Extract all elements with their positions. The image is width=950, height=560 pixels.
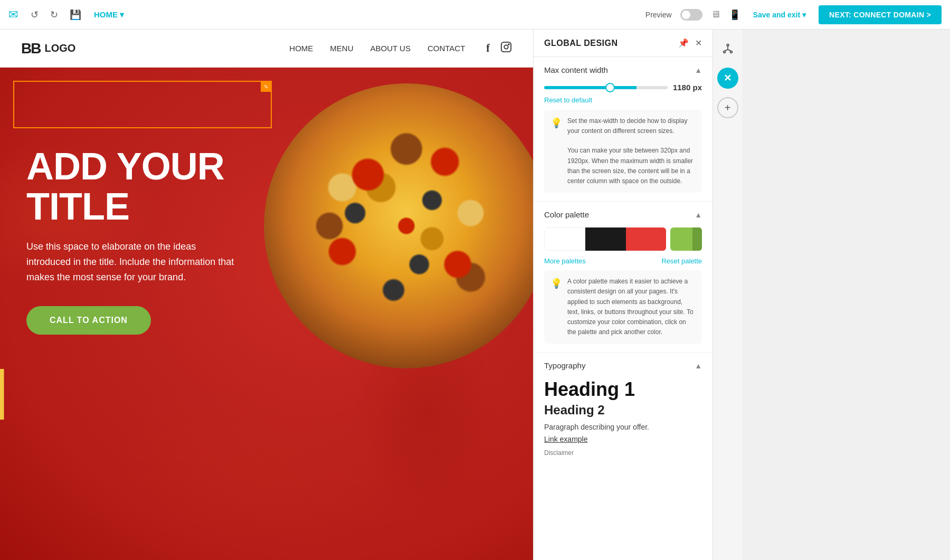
- panel-pin-button[interactable]: 📌: [678, 38, 689, 48]
- slider-value: 1180 px: [673, 83, 702, 92]
- instagram-icon[interactable]: [500, 41, 512, 55]
- hero-section: ✎ ADD YOUR TITLE Use this space to elabo…: [0, 68, 533, 560]
- color-swatch-red[interactable]: [626, 227, 666, 251]
- close-panel-button[interactable]: ✕: [717, 68, 738, 89]
- main-layout: BB LOGO HOME MENU ABOUT US CONTACT f: [0, 30, 950, 560]
- preview-label: Preview: [645, 11, 672, 19]
- svg-point-5: [730, 51, 732, 53]
- site-structure-button[interactable]: [717, 38, 738, 59]
- logo-text: LOGO: [44, 42, 75, 54]
- nav-contact[interactable]: CONTACT: [428, 44, 465, 53]
- typography-toggle[interactable]: ▲: [695, 362, 702, 370]
- content-width-slider[interactable]: [544, 86, 668, 89]
- desktop-icon[interactable]: 🖥: [711, 9, 720, 20]
- site-nav: HOME MENU ABOUT US CONTACT: [289, 44, 465, 53]
- nav-about[interactable]: ABOUT US: [370, 44, 411, 53]
- home-label: HOME: [94, 10, 118, 19]
- color-palette-label: Color palette: [544, 210, 589, 219]
- svg-point-3: [727, 44, 729, 46]
- site-social-icons: f: [486, 41, 512, 55]
- color-palette-section: Color palette ▲ More palettes Reset pale…: [534, 202, 712, 353]
- typography-header: Typography ▲: [544, 361, 702, 370]
- max-width-info-box: 💡 Set the max-width to decide how to dis…: [544, 110, 702, 193]
- site-header: BB LOGO HOME MENU ABOUT US CONTACT f: [0, 30, 533, 68]
- reset-to-default-link[interactable]: Reset to default: [544, 96, 592, 104]
- logo-bb: BB: [21, 40, 40, 57]
- max-content-width-section: Max content width ▲ 1180 px Reset to def…: [534, 57, 712, 202]
- hero-title: ADD YOUR TITLE: [26, 147, 238, 226]
- preview-toggle[interactable]: [680, 9, 702, 21]
- color-palette-toggle[interactable]: ▲: [695, 211, 702, 219]
- reset-palette-link[interactable]: Reset palette: [661, 257, 702, 265]
- color-palette-header: Color palette ▲: [544, 210, 702, 219]
- typography-label: Typography: [544, 361, 585, 370]
- svg-point-1: [504, 45, 508, 49]
- svg-line-7: [724, 50, 727, 51]
- max-content-width-label: Max content width: [544, 65, 608, 74]
- color-swatch-white[interactable]: [544, 227, 585, 251]
- nav-home[interactable]: HOME: [289, 44, 313, 53]
- mobile-icon[interactable]: 📱: [729, 9, 740, 21]
- save-button[interactable]: 💾: [66, 7, 84, 23]
- svg-line-8: [728, 50, 731, 51]
- info-bulb-icon: 💡: [550, 117, 562, 186]
- canvas-area: BB LOGO HOME MENU ABOUT US CONTACT f: [0, 30, 533, 560]
- top-bar: ✉ ↺ ↻ 💾 HOME ▾ Preview 🖥 📱 Save and exit…: [0, 0, 950, 30]
- svg-point-2: [508, 44, 509, 45]
- next-connect-domain-button[interactable]: NEXT: CONNECT DOMAIN >: [819, 5, 942, 24]
- pizza-circle: [264, 83, 533, 368]
- feedback-tab[interactable]: Feedback: [0, 369, 4, 420]
- color-swatch-green[interactable]: [670, 227, 702, 251]
- pizza-base: [264, 83, 533, 368]
- chevron-down-icon: ▾: [120, 10, 124, 20]
- color-swatch-group[interactable]: [544, 227, 666, 251]
- pizza-image: [264, 83, 533, 368]
- link-example-preview[interactable]: Link example: [544, 435, 702, 443]
- paragraph-preview: Paragraph describing your offer.: [544, 422, 702, 433]
- top-bar-right: Preview 🖥 📱 Save and exit ▾ NEXT: CONNEC…: [645, 5, 942, 24]
- heading1-preview: Heading 1: [544, 378, 702, 401]
- slider-row: 1180 px: [544, 83, 702, 92]
- email-icon[interactable]: ✉: [8, 8, 18, 22]
- top-bar-left: ✉ ↺ ↻ 💾 HOME ▾: [8, 7, 124, 23]
- site-logo: BB LOGO: [21, 40, 75, 57]
- color-palette-info-text: A color palette makes it easier to achie…: [567, 277, 696, 337]
- info-text-2: You can make your site between 320px and…: [567, 146, 696, 186]
- hero-subtitle: Use this space to elaborate on the ideas…: [26, 239, 238, 284]
- palette-links: More palettes Reset palette: [544, 257, 702, 265]
- max-content-width-header: Max content width ▲: [544, 65, 702, 74]
- info-bulb-icon-2: 💡: [550, 278, 562, 337]
- save-exit-button[interactable]: Save and exit ▾: [749, 11, 811, 19]
- panel-title: GLOBAL DESIGN: [544, 39, 618, 48]
- panel-header: GLOBAL DESIGN 📌 ✕: [534, 30, 712, 57]
- home-dropdown[interactable]: HOME ▾: [94, 10, 124, 20]
- undo-button[interactable]: ↺: [27, 7, 42, 23]
- color-swatch-black[interactable]: [585, 227, 625, 251]
- facebook-icon[interactable]: f: [486, 42, 490, 54]
- max-content-width-toggle[interactable]: ▲: [695, 66, 702, 74]
- color-palette-row: [544, 227, 702, 251]
- hero-cta-button[interactable]: CALL TO ACTION: [26, 306, 151, 335]
- panel-header-icons: 📌 ✕: [678, 38, 702, 48]
- color-palette-info-box: 💡 A color palette makes it easier to ach…: [544, 270, 702, 344]
- nav-menu[interactable]: MENU: [330, 44, 353, 53]
- pizza-toppings: [278, 98, 533, 354]
- add-element-button[interactable]: +: [717, 97, 738, 118]
- svg-point-4: [723, 51, 725, 53]
- redo-button[interactable]: ↻: [47, 7, 61, 23]
- panel-close-button[interactable]: ✕: [695, 38, 702, 48]
- side-toolbar: ✕ +: [712, 30, 742, 560]
- svg-rect-0: [501, 42, 511, 52]
- info-text-1: Set the max-width to decide how to displ…: [567, 116, 696, 136]
- chevron-down-icon: ▾: [802, 11, 806, 19]
- more-palettes-link[interactable]: More palettes: [544, 257, 586, 265]
- hero-content: ADD YOUR TITLE Use this space to elabora…: [0, 68, 264, 356]
- global-design-panel: GLOBAL DESIGN 📌 ✕ Max content width ▲ 11…: [533, 30, 712, 560]
- typography-section: Typography ▲ Heading 1 Heading 2 Paragra…: [534, 353, 712, 466]
- heading2-preview: Heading 2: [544, 403, 702, 417]
- disclaimer-preview: Disclaimer: [544, 449, 574, 457]
